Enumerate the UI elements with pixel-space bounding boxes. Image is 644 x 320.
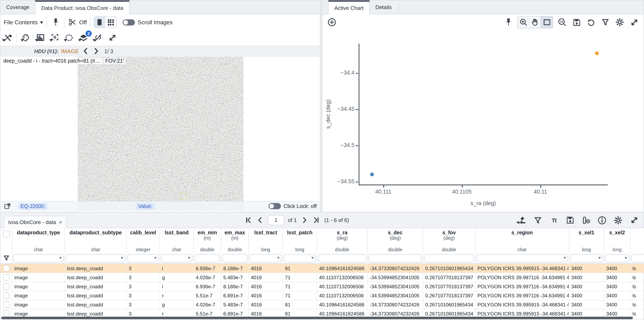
table-row[interactable]: imagelsst.deep_coadd3g4.026e-75.483e-740… <box>0 300 644 309</box>
layers-icon[interactable]: 2 <box>78 32 89 43</box>
table-cell[interactable]: 5.51e-7 <box>194 291 221 300</box>
table-cell[interactable]: lsst.deep_coadd <box>65 273 127 282</box>
filter-icon[interactable] <box>532 215 543 226</box>
table-cell[interactable]: 3400 <box>569 291 604 300</box>
table-cell[interactable]: 0.2671077018137397 <box>423 291 476 300</box>
table-cell[interactable]: ls <box>630 282 644 291</box>
table-cell[interactable]: -34.539948523041005 <box>368 273 423 282</box>
column-header-s_xel1[interactable]: s_xel1long <box>569 228 604 253</box>
save-icon[interactable] <box>571 17 582 28</box>
table-cell[interactable]: 3400 <box>604 300 630 309</box>
rect-select-icon[interactable] <box>541 17 553 28</box>
refresh-icon[interactable] <box>586 17 596 28</box>
filter-icon[interactable] <box>600 17 611 28</box>
table-cell[interactable]: 3400 <box>569 282 604 291</box>
table-cell[interactable]: 40.10964161624586 <box>317 300 368 309</box>
row-checkbox[interactable] <box>3 274 9 280</box>
table-cell[interactable]: -34.373308074232426 <box>368 300 423 309</box>
table-cell[interactable]: 4016 <box>249 282 283 291</box>
table-cell[interactable]: 40.10964161624586 <box>317 264 368 273</box>
table-cell[interactable]: 3 <box>127 291 160 300</box>
add-column-icon[interactable] <box>581 215 591 226</box>
table-cell[interactable]: 71 <box>283 282 317 291</box>
table-cell[interactable]: i <box>160 264 194 273</box>
table-cell[interactable]: 40.11107132006508 <box>317 291 368 300</box>
row-checkbox[interactable] <box>3 301 9 308</box>
table-cell[interactable]: 0.2671010601965434 <box>423 300 476 309</box>
zoom-in-icon[interactable] <box>518 17 529 28</box>
table-cell[interactable]: 4016 <box>249 264 283 273</box>
table-tab[interactable]: ivoa.ObsCore - data × <box>4 216 66 228</box>
tab-details[interactable]: Details <box>370 1 398 14</box>
table-cell[interactable]: POLYGON ICRS 39.995915 -34.468341 40. <box>476 300 569 309</box>
table-cell[interactable]: 5.483e-7 <box>221 273 249 282</box>
filter-input-em_min[interactable] <box>194 254 220 262</box>
filter-input-partial[interactable] <box>631 254 644 262</box>
table-cell[interactable]: ls <box>630 273 644 282</box>
row-checkbox[interactable] <box>3 310 9 317</box>
table-cell[interactable]: -34.539948523041005 <box>368 291 423 300</box>
table-cell[interactable]: 3400 <box>604 291 630 300</box>
pin-icon[interactable] <box>503 17 514 28</box>
unlink-icon[interactable] <box>92 32 103 43</box>
column-header-lsst_band[interactable]: lsst_bandchar <box>160 228 194 253</box>
table-cell[interactable]: POLYGON ICRS 39.997116 -34.634991 40. <box>476 273 569 282</box>
table-cell[interactable]: 3 <box>127 300 160 309</box>
table-cell[interactable]: lsst.deep_coadd <box>65 291 127 300</box>
expand-icon[interactable] <box>629 215 640 226</box>
info-icon[interactable] <box>597 215 608 226</box>
chevron-down-icon[interactable] <box>154 257 157 260</box>
chevron-down-icon[interactable] <box>188 257 190 260</box>
hdu-next-button[interactable] <box>92 46 100 56</box>
column-header-lsst_patch[interactable]: lsst_patchlong <box>283 228 317 253</box>
pan-hand-icon[interactable] <box>529 17 541 28</box>
table-cell[interactable]: lsst.deep_coadd <box>65 300 127 309</box>
scroll-images-toggle[interactable] <box>122 19 135 25</box>
tab-active-chart[interactable]: Active Chart <box>328 1 370 15</box>
chevron-down-icon[interactable] <box>598 257 601 260</box>
column-header-lsst_tract[interactable]: lsst_tractlong <box>249 228 283 253</box>
table-cell[interactable]: 4.026e-7 <box>194 273 221 282</box>
column-header-dataproduct_subtype[interactable]: dataproduct_subtypechar <box>65 228 127 253</box>
filter-input-lsst_band[interactable] <box>161 254 192 262</box>
fits-image[interactable] <box>78 57 244 211</box>
microscope-icon[interactable] <box>516 215 527 226</box>
table-cell[interactable]: ls <box>630 264 644 273</box>
expand-icon[interactable] <box>107 32 118 43</box>
table-cell[interactable]: 6.936e-7 <box>194 264 221 273</box>
table-cell[interactable]: 40.11107132006508 <box>317 282 368 291</box>
table-cell[interactable]: -34.539948523041005 <box>368 282 423 291</box>
table-cell[interactable]: ls <box>630 300 644 309</box>
chevron-down-icon[interactable] <box>59 257 62 260</box>
first-page-icon[interactable] <box>244 215 252 226</box>
last-page-icon[interactable] <box>312 215 320 226</box>
table-cell[interactable]: 4016 <box>249 300 283 309</box>
table-cell[interactable]: 3400 <box>569 300 604 309</box>
histogram-icon[interactable] <box>35 32 46 43</box>
table-cell[interactable]: 40.11107132006508 <box>317 273 368 282</box>
table-cell[interactable]: r <box>160 291 194 300</box>
table-cell[interactable]: 71 <box>283 291 317 300</box>
page-number-input[interactable] <box>268 215 284 225</box>
table-row[interactable]: imagelsst.deep_coadd3r5.51e-76.891e-7401… <box>0 291 644 300</box>
table-cell[interactable]: 8.188e-7 <box>221 282 249 291</box>
filter-input-s_dec[interactable] <box>368 254 422 262</box>
filter-input-s_region[interactable] <box>476 254 568 262</box>
table-cell[interactable]: image <box>12 300 65 309</box>
table-cell[interactable]: image <box>12 291 65 300</box>
table-cell[interactable]: 3400 <box>604 273 630 282</box>
filter-input-dataproduct_type[interactable] <box>13 254 64 262</box>
table-cell[interactable]: 0.2671077018137397 <box>423 282 476 291</box>
table-cell[interactable]: 3 <box>127 264 160 273</box>
filter-input-s_xel1[interactable] <box>570 254 603 262</box>
column-header-s_fov[interactable]: s_fov(deg)double <box>423 228 476 253</box>
close-icon[interactable]: × <box>59 219 62 225</box>
table-cell[interactable]: 4.026e-7 <box>194 300 221 309</box>
table-cell[interactable]: 3 <box>127 273 160 282</box>
palette-icon[interactable] <box>20 32 31 43</box>
gear-icon[interactable] <box>614 17 625 28</box>
row-checkbox[interactable] <box>3 283 9 289</box>
table-cell[interactable]: 6.891e-7 <box>221 291 249 300</box>
single-view-button[interactable] <box>94 17 105 28</box>
column-header-partial[interactable] <box>630 228 644 253</box>
